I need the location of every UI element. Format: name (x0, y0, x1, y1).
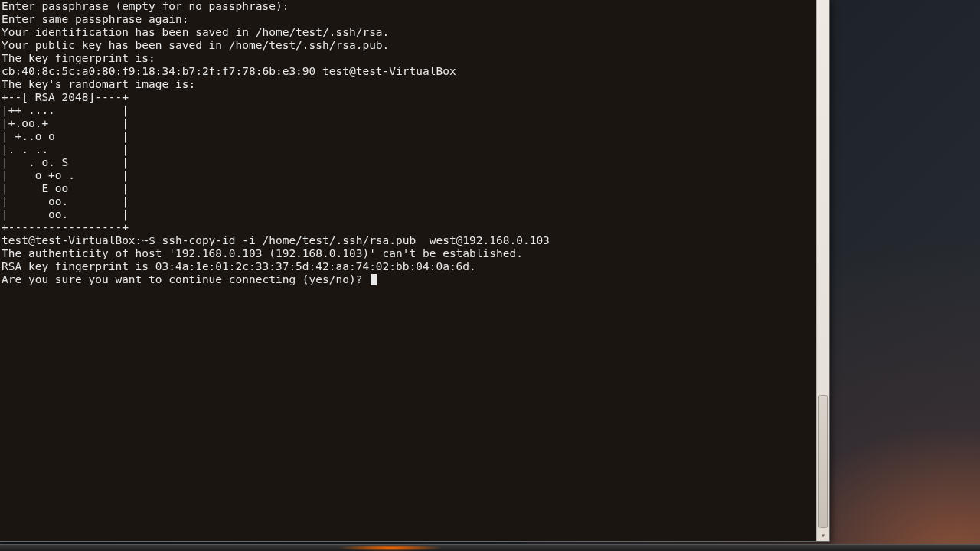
vertical-scrollbar[interactable]: ▾ (816, 0, 829, 541)
terminal-output[interactable]: Enter passphrase (empty for no passphras… (0, 0, 817, 286)
scrollbar-down-button[interactable]: ▾ (817, 529, 829, 541)
terminal-window: Enter passphrase (empty for no passphras… (0, 0, 830, 542)
terminal-viewport[interactable]: Enter passphrase (empty for no passphras… (0, 0, 817, 541)
scrollbar-thumb[interactable] (818, 395, 828, 528)
chevron-down-icon: ▾ (821, 531, 825, 540)
taskbar-active-indicator (337, 545, 444, 551)
terminal-cursor (371, 274, 377, 285)
taskbar[interactable] (0, 544, 980, 551)
desktop-background: Enter passphrase (empty for no passphras… (0, 0, 980, 551)
